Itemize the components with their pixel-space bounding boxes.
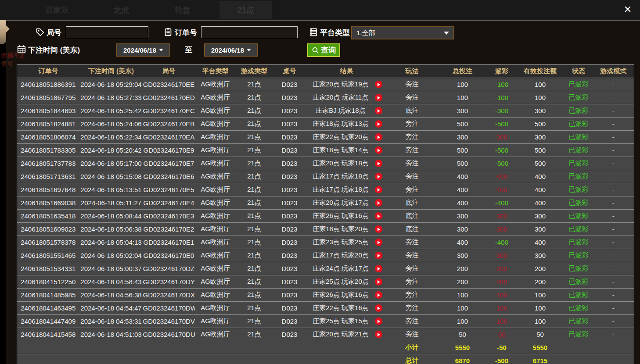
play-video-icon[interactable] <box>375 252 382 259</box>
cell-bet: 300 <box>438 223 488 236</box>
cell-result: 庄家26点 玩家16点 <box>307 210 387 223</box>
play-video-icon[interactable] <box>375 160 382 167</box>
table-row: 240618051609023 2024-06-18 05:06:38 GD02… <box>17 223 634 236</box>
platform-type-label: 平台类型 <box>320 28 350 38</box>
cell-time: 2024-06-18 05:11:27 <box>79 196 143 210</box>
cell-time: 2024-06-18 05:15:08 <box>79 170 143 183</box>
play-video-icon[interactable] <box>375 239 382 246</box>
col-header-playtype: 玩法 <box>387 65 438 78</box>
cell-mode: - <box>593 262 634 275</box>
cell-result: 庄家17点 玩家20点 <box>307 249 387 262</box>
total-bet: 6870 <box>438 354 488 364</box>
cell-order: 240618051534331 <box>17 262 79 275</box>
cell-bet: 500 <box>438 118 488 131</box>
date-to-picker[interactable]: 2024/06/18 <box>204 43 258 57</box>
cell-result: 庄家24点 玩家17点 <box>307 262 387 275</box>
cell-order: 240618051697648 <box>17 183 79 196</box>
table-row: 240618051551465 2024-06-18 05:02:04 GD02… <box>17 249 634 262</box>
cell-valid: 100 <box>516 302 564 315</box>
result-text: 庄家17点 玩家18点 <box>307 172 375 181</box>
cell-mode: - <box>593 131 634 144</box>
cell-mode: - <box>593 170 634 183</box>
cell-valid: 500 <box>516 157 564 170</box>
table-row: 240618051886391 2024-06-18 05:29:04 GD02… <box>17 78 634 91</box>
play-video-icon[interactable] <box>375 212 382 220</box>
round-no-input[interactable] <box>66 26 148 38</box>
cell-order: 240618051551465 <box>17 249 79 262</box>
close-icon[interactable]: ✕ <box>622 4 634 16</box>
cell-platform: AG欧洲厅 <box>195 157 236 170</box>
cell-game: 21点 <box>236 262 273 275</box>
order-no-input[interactable] <box>201 26 298 38</box>
cell-status: 已派彩 <box>564 275 593 289</box>
search-button[interactable]: 查询 <box>307 43 340 57</box>
cell-playtype: 旁注 <box>387 249 438 262</box>
cell-result: 庄家18点 玩家13点 <box>307 118 387 131</box>
result-text: 庄家18点 玩家14点 <box>307 146 375 154</box>
play-video-icon[interactable] <box>375 225 382 233</box>
cell-table: D023 <box>273 170 307 183</box>
cell-payout: -100 <box>488 78 516 91</box>
result-text: 庄家17点 玩家20点 <box>307 251 375 260</box>
cell-bet: 100 <box>438 302 488 315</box>
play-video-icon[interactable] <box>375 318 382 325</box>
cell-playtype: 旁注 <box>387 91 438 104</box>
cell-bet: 100 <box>438 289 488 302</box>
play-video-icon[interactable] <box>375 186 382 193</box>
play-video-icon[interactable] <box>375 81 382 88</box>
cell-platform: AG欧洲厅 <box>195 104 236 118</box>
cell-game: 21点 <box>236 223 273 236</box>
bet-time-label: 下注时间 (美东) <box>28 45 80 55</box>
cell-order: 240618051867795 <box>17 91 79 104</box>
cell-time: 2024-06-18 04:58:43 <box>79 275 143 289</box>
cell-status: 已派彩 <box>564 91 593 104</box>
cell-game: 21点 <box>236 315 273 328</box>
play-video-icon[interactable] <box>375 278 382 285</box>
cell-result: 庄家18点 玩家14点 <box>307 144 387 157</box>
cell-game: 21点 <box>236 104 273 118</box>
play-video-icon[interactable] <box>375 291 382 299</box>
cell-payout: 400 <box>488 183 516 196</box>
cell-game: 21点 <box>236 236 273 249</box>
cell-payout: 100 <box>488 302 516 315</box>
platform-type-select[interactable]: 1.全部 <box>351 26 454 39</box>
cell-time: 2024-06-18 04:56:38 <box>79 289 143 302</box>
cell-status: 已派彩 <box>564 328 593 341</box>
play-video-icon[interactable] <box>375 146 382 154</box>
cell-playtype: 旁注 <box>387 328 438 341</box>
cell-round: GD023246170E5 <box>143 183 195 196</box>
play-video-icon[interactable] <box>375 94 382 101</box>
result-text: 庄家24点 玩家17点 <box>307 264 375 273</box>
date-range-to-label: 至 <box>185 45 192 55</box>
cell-order: 240618051806074 <box>17 131 79 144</box>
cell-game: 21点 <box>236 249 273 262</box>
play-video-icon[interactable] <box>375 133 382 141</box>
cell-bet: 400 <box>438 170 488 183</box>
cell-payout: -500 <box>488 118 516 131</box>
cell-platform: AG欧洲厅 <box>195 118 236 131</box>
cell-table: D023 <box>273 118 307 131</box>
play-video-icon[interactable] <box>375 331 382 338</box>
result-text: 庄家22点 玩家20点 <box>307 133 375 141</box>
play-video-icon[interactable] <box>375 107 382 114</box>
cell-playtype: 旁注 <box>387 144 438 157</box>
cell-valid: 300 <box>516 104 564 118</box>
cell-round: GD023246170E9 <box>143 144 195 157</box>
cell-valid: 100 <box>516 315 564 328</box>
col-header-payout: 派彩 <box>488 65 516 78</box>
cell-platform: AG欧洲厅 <box>195 275 236 289</box>
play-video-icon[interactable] <box>375 199 382 207</box>
cell-platform: AG欧洲厅 <box>195 78 236 91</box>
play-video-icon[interactable] <box>375 173 382 180</box>
cell-time: 2024-06-18 05:00:37 <box>79 262 143 275</box>
play-video-icon[interactable] <box>375 265 382 272</box>
play-video-icon[interactable] <box>375 120 382 128</box>
server-icon <box>309 27 318 37</box>
date-from-picker[interactable]: 2024/06/18 <box>116 43 170 57</box>
table-row: 240618051713631 2024-06-18 05:15:08 GD02… <box>17 170 634 183</box>
result-text: 庄家18点 玩家20点 <box>307 225 375 233</box>
play-video-icon[interactable] <box>375 304 382 312</box>
side-tab-handle[interactable] <box>0 20 6 44</box>
cell-mode: - <box>593 223 634 236</box>
cell-bet: 300 <box>438 210 488 223</box>
